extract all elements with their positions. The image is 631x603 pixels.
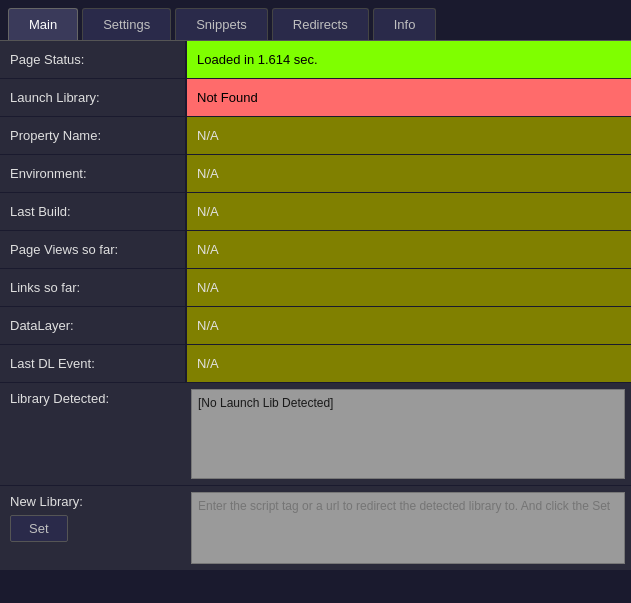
row-value: N/A [185,117,631,154]
tab-bar: Main Settings Snippets Redirects Info [0,0,631,40]
tab-snippets[interactable]: Snippets [175,8,268,40]
new-library-textarea[interactable] [191,492,625,564]
table-row: Last Build:N/A [0,193,631,231]
row-label: Launch Library: [0,79,185,116]
row-value: N/A [185,307,631,344]
tab-redirects[interactable]: Redirects [272,8,369,40]
row-label: Page Views so far: [0,231,185,268]
tab-info[interactable]: Info [373,8,437,40]
library-detected-textarea[interactable] [191,389,625,479]
tab-settings[interactable]: Settings [82,8,171,40]
row-label: Property Name: [0,117,185,154]
new-library-row: New Library: Set [0,486,631,570]
row-label: Links so far: [0,269,185,306]
row-value: N/A [185,155,631,192]
row-label: Environment: [0,155,185,192]
tab-main[interactable]: Main [8,8,78,40]
table-row: Property Name:N/A [0,117,631,155]
row-value: N/A [185,269,631,306]
table-row: Page Status:Loaded in 1.614 sec. [0,41,631,79]
new-library-left: New Library: Set [0,486,185,550]
table-row: Links so far:N/A [0,269,631,307]
row-label: Last DL Event: [0,345,185,382]
row-value: N/A [185,193,631,230]
new-library-label: New Library: [10,494,83,509]
set-button[interactable]: Set [10,515,68,542]
row-value: Loaded in 1.614 sec. [185,41,631,78]
row-label: DataLayer: [0,307,185,344]
library-detected-row: Library Detected: [0,383,631,486]
data-rows: Page Status:Loaded in 1.614 sec.Launch L… [0,41,631,383]
table-row: Environment:N/A [0,155,631,193]
table-row: DataLayer:N/A [0,307,631,345]
row-label: Page Status: [0,41,185,78]
row-label: Last Build: [0,193,185,230]
row-value: N/A [185,231,631,268]
table-row: Last DL Event:N/A [0,345,631,383]
table-row: Page Views so far:N/A [0,231,631,269]
row-value: N/A [185,345,631,382]
library-detected-label: Library Detected: [0,383,185,414]
main-content: Page Status:Loaded in 1.614 sec.Launch L… [0,40,631,570]
row-value: Not Found [185,79,631,116]
table-row: Launch Library:Not Found [0,79,631,117]
